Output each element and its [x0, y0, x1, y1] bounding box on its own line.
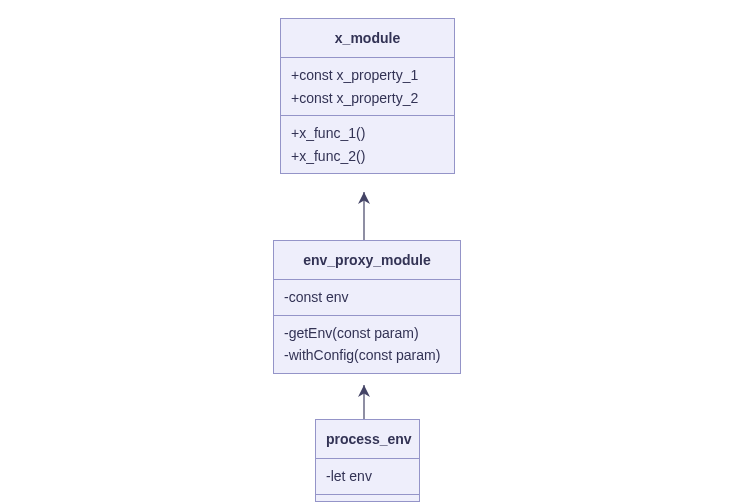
class-title: process_env: [316, 420, 419, 459]
attribute: +const x_property_1: [291, 64, 444, 86]
class-x-module: x_module +const x_property_1 +const x_pr…: [280, 18, 455, 174]
method: -getEnv(const param): [284, 322, 450, 344]
class-process-env: process_env -let env: [315, 419, 420, 502]
class-env-proxy-module: env_proxy_module -const env -getEnv(cons…: [273, 240, 461, 374]
attribute: +const x_property_2: [291, 87, 444, 109]
attribute: -const env: [284, 286, 450, 308]
class-methods: [316, 495, 419, 501]
method: +x_func_2(): [291, 145, 444, 167]
class-attributes: +const x_property_1 +const x_property_2: [281, 58, 454, 116]
class-attributes: -let env: [316, 459, 419, 494]
method: +x_func_1(): [291, 122, 444, 144]
method: -withConfig(const param): [284, 344, 450, 366]
attribute: -let env: [326, 465, 409, 487]
class-attributes: -const env: [274, 280, 460, 315]
diagram-canvas: x_module +const x_property_1 +const x_pr…: [0, 0, 730, 502]
class-title: x_module: [281, 19, 454, 58]
class-title: env_proxy_module: [274, 241, 460, 280]
class-methods: +x_func_1() +x_func_2(): [281, 116, 454, 173]
class-methods: -getEnv(const param) -withConfig(const p…: [274, 316, 460, 373]
